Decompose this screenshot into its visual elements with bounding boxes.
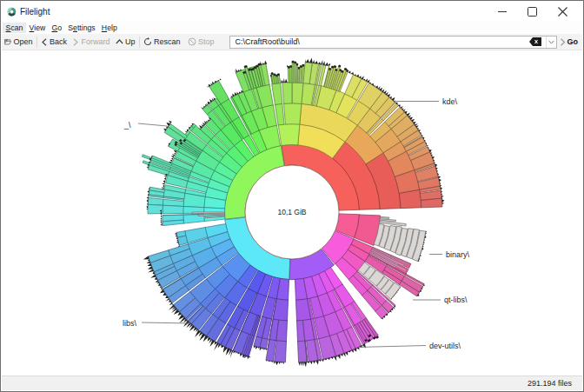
window-title: Filelight: [20, 7, 50, 17]
map-segment[interactable]: [334, 66, 335, 68]
map-segment[interactable]: [290, 66, 292, 83]
map-segment[interactable]: [292, 61, 294, 83]
map-segment[interactable]: [331, 66, 333, 68]
arrow-right-icon: [72, 38, 79, 46]
map-segment[interactable]: [329, 63, 330, 65]
map-outer-teeth: [281, 77, 288, 83]
minimize-icon: [498, 7, 507, 16]
map-segment[interactable]: [380, 216, 389, 218]
filelight-window: Filelight ScanViewGoSettingsHelp Open Ba…: [0, 0, 584, 392]
map-segment[interactable]: [284, 103, 302, 125]
menu-scan[interactable]: Scan: [3, 23, 26, 33]
radial-map-svg: 10,1 GiBkde\_\libs\dev-utils\qt-libs\bin…: [2, 51, 582, 375]
directory-label: libs\: [123, 319, 137, 328]
refresh-icon: [143, 37, 152, 46]
map-segment[interactable]: [258, 63, 261, 65]
map-segment[interactable]: [295, 62, 296, 63]
map-segment[interactable]: [209, 81, 229, 104]
map-segment[interactable]: [249, 69, 251, 70]
map-segment[interactable]: [272, 83, 282, 104]
location-bar: [229, 36, 557, 49]
rescan-label: Rescan: [154, 37, 181, 46]
map-segment[interactable]: [271, 73, 273, 75]
menu-settings[interactable]: Settings: [65, 23, 99, 33]
stop-label: Stop: [198, 37, 215, 46]
file-count-status: 291.194 files: [528, 379, 572, 388]
folder-open-icon: [4, 38, 11, 45]
map-segment[interactable]: [274, 74, 275, 76]
map-segment[interactable]: [175, 143, 176, 145]
label-connector-line: [142, 322, 190, 323]
map-segment[interactable]: [339, 65, 341, 67]
map-segment[interactable]: [275, 341, 287, 362]
directory-label: kde\: [442, 97, 458, 106]
back-button[interactable]: Back: [38, 35, 70, 50]
map-segment[interactable]: [273, 299, 288, 322]
go-button[interactable]: Go: [557, 35, 581, 50]
up-label: Up: [125, 37, 136, 46]
map-segment[interactable]: [288, 67, 289, 83]
menu-help[interactable]: Help: [98, 23, 120, 33]
directory-label: qt-libs\: [444, 296, 468, 304]
map-segment[interactable]: [292, 61, 294, 63]
map-segment[interactable]: [328, 68, 330, 70]
map-segment[interactable]: [244, 65, 247, 67]
menu-go[interactable]: Go: [49, 23, 65, 33]
toolbar-separator: [139, 37, 140, 48]
directory-label: dev-utils\: [429, 342, 461, 350]
arrow-left-icon: [41, 38, 48, 46]
map-segment[interactable]: [256, 65, 258, 67]
location-input[interactable]: [230, 37, 529, 48]
map-segment[interactable]: [271, 75, 272, 76]
map-segment[interactable]: [292, 83, 303, 104]
map-segment[interactable]: [288, 67, 289, 69]
chevron-down-icon: [548, 40, 554, 44]
map-segment[interactable]: [294, 62, 295, 83]
map-segment[interactable]: [251, 69, 254, 70]
map-segment[interactable]: [192, 212, 225, 214]
go-arrow-icon: [560, 38, 566, 46]
map-segment[interactable]: [300, 66, 302, 68]
map-segment[interactable]: [243, 71, 246, 74]
back-label: Back: [50, 37, 67, 46]
map-segment[interactable]: [341, 70, 343, 72]
open-label: Open: [14, 37, 33, 46]
menu-bar: ScanViewGoSettingsHelp: [2, 21, 582, 34]
close-button[interactable]: [548, 2, 578, 21]
map-segment[interactable]: [278, 123, 300, 145]
map-segment[interactable]: [148, 198, 163, 206]
radial-map-canvas[interactable]: 10,1 GiBkde\_\libs\dev-utils\qt-libs\bin…: [2, 51, 582, 375]
rescan-button[interactable]: Rescan: [141, 35, 183, 50]
up-button[interactable]: Up: [113, 35, 138, 50]
minimize-button[interactable]: [487, 2, 517, 21]
map-segment[interactable]: [148, 204, 163, 214]
map-segment[interactable]: [163, 205, 183, 214]
directory-label: binary\: [446, 250, 470, 259]
location-dropdown-button[interactable]: [546, 37, 556, 48]
toolbar: Open Back Forward Up Rescan Stop: [2, 34, 582, 50]
menu-view[interactable]: View: [26, 23, 49, 33]
filelight-app-icon: [7, 7, 17, 17]
map-segment[interactable]: [254, 67, 256, 69]
map-segment[interactable]: [282, 83, 292, 104]
forward-label: Forward: [82, 37, 110, 46]
map-segment[interactable]: [302, 64, 304, 66]
open-button[interactable]: Open: [2, 35, 36, 50]
label-connector-line: [138, 123, 167, 126]
forward-button[interactable]: Forward: [70, 35, 113, 50]
map-segment[interactable]: [335, 69, 337, 70]
map-segment[interactable]: [344, 68, 347, 70]
title-bar[interactable]: Filelight: [2, 2, 582, 21]
map-segment[interactable]: [275, 75, 277, 76]
maximize-button[interactable]: [517, 2, 548, 21]
map-segment[interactable]: [339, 70, 341, 71]
stop-button[interactable]: Stop: [185, 35, 217, 50]
go-label: Go: [567, 37, 579, 46]
clear-text-icon[interactable]: [529, 37, 541, 46]
map-segment[interactable]: [296, 63, 298, 65]
status-bar: 291.194 files: [2, 375, 582, 390]
maximize-icon: [528, 7, 537, 17]
map-segment[interactable]: [277, 74, 279, 76]
map-segment[interactable]: [290, 66, 292, 68]
map-segment[interactable]: [298, 67, 300, 69]
